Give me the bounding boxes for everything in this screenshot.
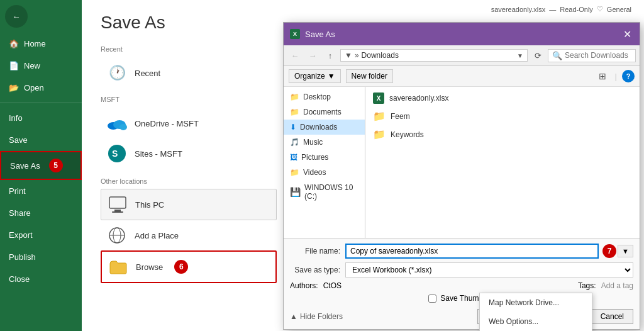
documents-folder-icon: 📁 [290, 108, 299, 116]
back-nav-button[interactable]: ← [287, 48, 303, 63]
pictures-label: Pictures [301, 153, 328, 162]
add-place-item[interactable]: Add a Place [101, 220, 277, 250]
sidebar-item-publish[interactable]: Publish [0, 246, 82, 268]
new-label: New [24, 61, 40, 70]
up-nav-button[interactable]: ↑ [323, 48, 338, 63]
heart-icon: ♡ [597, 5, 603, 13]
sidebar-item-new[interactable]: 📄 New [0, 55, 82, 77]
onedrive-item[interactable]: OneDrive - MSFT [101, 108, 277, 138]
downloads-folder-icon: ⬇ [290, 123, 296, 132]
dialog-title-left: X Save As [290, 29, 335, 39]
path-dropdown-arrow: ▼ [517, 52, 523, 59]
filename-input-wrapper: 7 ▼ [345, 244, 633, 259]
downloads-label: Downloads [300, 123, 337, 132]
sidebar-music[interactable]: 🎵 Music [284, 135, 365, 150]
sidebar-item-save-as[interactable]: Save As 5 [0, 151, 82, 180]
back-button[interactable]: ← [5, 5, 28, 28]
new-folder-button[interactable]: New folder [346, 69, 393, 83]
home-label: Home [24, 39, 46, 48]
separator: — [549, 6, 556, 13]
this-pc-item[interactable]: This PC [101, 189, 277, 220]
svg-point-2 [119, 124, 127, 130]
organize-button[interactable]: Organize ▼ [289, 69, 341, 83]
svg-rect-6 [114, 210, 121, 211]
dialog-file-list: X savereadonly.xlsx 📁 Feem 📁 Keywords [365, 87, 640, 238]
sidebar-downloads[interactable]: ⬇ Downloads [284, 120, 365, 135]
print-label: Print [9, 186, 26, 196]
dialog-nav-toolbar: ← → ↑ ▼ » Downloads ▼ ⟳ 🔍 [284, 45, 640, 66]
dropdown-map-network[interactable]: Map Network Drive... [480, 293, 592, 312]
filename-input[interactable] [345, 244, 599, 259]
recent-item[interactable]: 🕐 Recent [101, 58, 277, 88]
sidebar-item-print[interactable]: Print [0, 180, 82, 202]
sidebar-item-share[interactable]: Share [0, 202, 82, 224]
authors-value: CtOS [323, 281, 341, 290]
tags-placeholder[interactable]: Add a tag [601, 281, 633, 290]
meta-row: Authors: CtOS Tags: Add a tag [290, 281, 633, 290]
sidebar-item-open[interactable]: 📂 Open [0, 77, 82, 99]
file-name-xlsx: savereadonly.xlsx [389, 94, 449, 103]
dialog-close-button[interactable]: ✕ [621, 28, 633, 40]
msft-label: MSFT [101, 96, 277, 103]
browse-item[interactable]: Browse 6 [101, 250, 277, 283]
globe-icon [107, 225, 127, 245]
sidebar-videos[interactable]: 📁 Videos [284, 165, 365, 180]
recent-text: Recent [135, 69, 160, 78]
search-icon: 🔍 [552, 51, 562, 60]
onedrive-icon [107, 113, 127, 133]
feem-folder-icon: 📁 [373, 110, 386, 122]
music-label: Music [303, 138, 323, 147]
sidebar-item-home[interactable]: 🏠 Home [0, 33, 82, 55]
view-toggle-button[interactable]: ⊞ [595, 69, 610, 84]
search-input[interactable] [565, 51, 631, 60]
main-panel: Save As Recent 🕐 Recent MSFT OneDrive - … [82, 0, 296, 331]
browse-folder-icon [108, 257, 128, 277]
sidebar-item-save[interactable]: Save [0, 129, 82, 151]
dropdown-web-options[interactable]: Web Options... [480, 312, 592, 331]
organize-label: Organize [294, 72, 325, 81]
sidebar-pictures[interactable]: 🖼 Pictures [284, 150, 365, 165]
home-icon: 🏠 [9, 39, 19, 48]
path-bar[interactable]: ▼ » Downloads ▼ [340, 49, 528, 62]
file-item-keywords[interactable]: 📁 Keywords [368, 125, 637, 143]
hide-folders-toggle[interactable]: ▲ Hide Folders [290, 312, 343, 321]
sites-item[interactable]: S Sites - MSFT [101, 138, 277, 169]
sidebar-item-info[interactable]: Info [0, 107, 82, 129]
search-bar[interactable]: 🔍 [548, 49, 636, 62]
keywords-folder-icon: 📁 [373, 128, 386, 140]
save-as-label: Save As [10, 161, 40, 171]
mode-label: Read-Only [560, 6, 593, 13]
excel-icon: X [290, 29, 300, 39]
view-divider: | [615, 72, 617, 81]
help-button[interactable]: ? [622, 70, 635, 82]
music-folder-icon: 🎵 [290, 138, 299, 147]
sharepoint-icon: S [107, 143, 127, 164]
thumbnail-checkbox[interactable] [428, 295, 436, 303]
windows-label: WINDOWS 10 (C:) [304, 183, 358, 201]
sidebar-item-close[interactable]: Close [0, 268, 82, 290]
sites-text: Sites - MSFT [135, 149, 182, 159]
forward-nav-button[interactable]: → [305, 48, 320, 63]
file-item-feem[interactable]: 📁 Feem [368, 107, 637, 125]
file-item-xlsx[interactable]: X savereadonly.xlsx [368, 89, 637, 107]
other-label: Other locations [101, 177, 277, 185]
open-label: Open [24, 83, 44, 93]
videos-folder-icon: 📁 [290, 168, 299, 177]
savetype-row: Save as type: Excel Workbook (*.xlsx) [290, 262, 633, 278]
savetype-label: Save as type: [290, 266, 340, 274]
refresh-button[interactable]: ⟳ [530, 48, 545, 63]
filename-dropdown-arrow[interactable]: ▼ [618, 245, 633, 257]
svg-rect-5 [109, 197, 126, 208]
step7-badge: 7 [602, 244, 616, 258]
save-as-dialog: X Save As ✕ ← → ↑ ▼ » Downloads ▼ ⟳ 🔍 Or… [283, 22, 640, 330]
export-label: Export [9, 230, 33, 240]
sidebar-documents[interactable]: 📁 Documents [284, 104, 365, 120]
sidebar-item-export[interactable]: Export [0, 224, 82, 246]
savetype-select[interactable]: Excel Workbook (*.xlsx) [345, 262, 633, 278]
sidebar-windows-drive[interactable]: 💾 WINDOWS 10 (C:) [284, 180, 365, 204]
sidebar-desktop[interactable]: 📁 Desktop [284, 89, 365, 104]
desktop-folder-icon: 📁 [290, 93, 299, 101]
tags-label: Tags: [578, 281, 596, 290]
cancel-button[interactable]: Cancel [591, 309, 633, 324]
publish-label: Publish [9, 252, 36, 262]
